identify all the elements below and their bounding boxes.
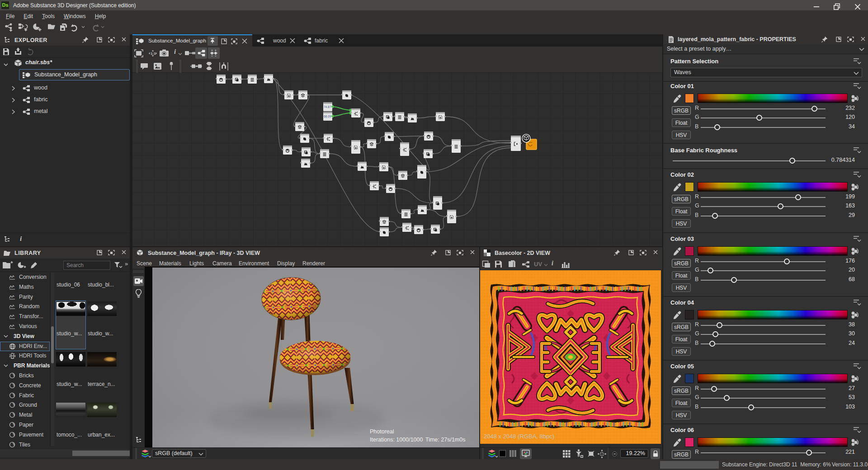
svg-text:74.87: 74.87: [324, 105, 331, 108]
svg-text:Photoreal: Photoreal: [370, 428, 394, 435]
svg-text:68.09: 68.09: [324, 115, 331, 118]
svg-text:Iterations: 1000/1000: Iterations: 1000/1000: [370, 437, 423, 443]
svg-text:Time: 27s/1m0s: Time: 27s/1m0s: [425, 437, 465, 443]
svg-text:1:1: 1:1: [151, 52, 156, 56]
